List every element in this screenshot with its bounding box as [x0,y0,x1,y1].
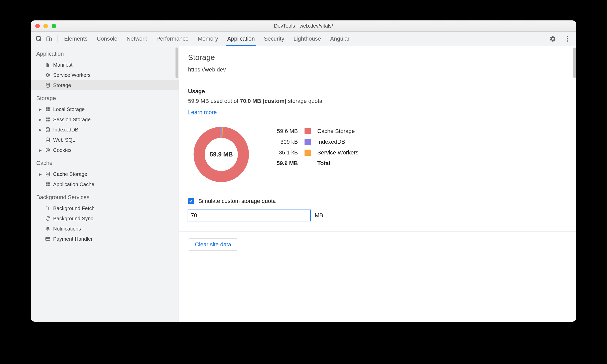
tab-performance[interactable]: Performance [156,32,189,46]
legend-swatch [305,150,311,156]
sidebar-section-title: Cache [31,155,179,169]
application-sidebar: ApplicationManifestService WorkersStorag… [31,46,179,322]
legend-label: Service Workers [317,149,358,156]
tab-console[interactable]: Console [97,32,118,46]
usage-legend: 59.6 MBCache Storage309 kBIndexedDB35.1 … [270,128,358,167]
toolbar-divider [57,35,57,42]
zoom-window-button[interactable] [52,24,56,28]
sidebar-item-label: Service Workers [53,72,90,78]
sidebar-item-label: IndexedDB [53,127,78,133]
svg-point-17 [46,148,50,152]
svg-rect-13 [48,118,50,119]
quota-input-row: MB [188,210,567,221]
svg-rect-10 [48,110,50,111]
sidebar-item-storage[interactable]: Storage [31,80,179,90]
close-window-button[interactable] [35,24,40,28]
sidebar-item-label: Application Cache [53,181,94,187]
settings-icon[interactable] [548,34,558,44]
panel-body: ApplicationManifestService WorkersStorag… [31,46,576,322]
arrows-icon [45,205,51,211]
file-icon [45,62,51,68]
legend-total-label: Total [317,160,358,167]
sidebar-item-label: Local Storage [53,106,85,112]
db-icon [45,137,51,143]
minimize-window-button[interactable] [43,24,48,28]
sidebar-item-background-fetch[interactable]: Background Fetch [31,203,179,213]
usage-section: Usage 59.9 MB used out of 70.0 MB (custo… [179,82,576,232]
quota-unit: MB [315,212,323,219]
sidebar-item-local-storage[interactable]: ▸Local Storage [31,104,179,114]
svg-point-4 [567,38,568,39]
svg-point-3 [567,36,568,37]
storage-origin: https://web.dev [188,66,567,73]
expand-caret-icon[interactable]: ▸ [38,147,42,153]
storage-panel: Storage https://web.dev Usage 59.9 MB us… [179,46,576,322]
sidebar-item-web-sql[interactable]: Web SQL [31,135,179,145]
sidebar-item-label: Notifications [53,226,81,232]
svg-point-18 [47,149,48,150]
sidebar-item-label: Manifest [53,62,73,68]
sidebar-item-session-storage[interactable]: ▸Session Storage [31,114,179,125]
usage-donut-chart: 59.9 MB [188,121,254,188]
sidebar-resizer[interactable] [177,46,179,322]
svg-rect-24 [46,185,48,186]
tab-elements[interactable]: Elements [64,32,88,46]
sidebar-item-manifest[interactable]: Manifest [31,60,179,70]
more-icon[interactable] [563,34,573,44]
tab-security[interactable]: Security [264,32,284,46]
tab-application[interactable]: Application [227,32,255,46]
simulate-quota-label: Simulate custom storage quota [198,198,276,204]
simulate-quota-checkbox[interactable] [188,198,194,204]
expand-caret-icon[interactable]: ▸ [38,171,42,177]
devtools-window: DevTools - web.dev/vitals/ ElementsConso… [31,20,576,322]
clear-site-data-button[interactable]: Clear site data [188,238,238,251]
sidebar-item-label: Background Fetch [53,205,95,211]
usage-heading: Usage [188,88,567,95]
sidebar-item-background-sync[interactable]: Background Sync [31,213,179,224]
svg-point-22 [46,172,49,173]
sidebar-item-label: Session Storage [53,117,91,123]
grid-icon [45,106,51,112]
sync-icon [45,216,51,221]
clear-section: Clear site data [179,232,576,257]
svg-point-21 [48,150,49,151]
cookie-icon [45,147,51,153]
svg-point-6 [46,83,49,84]
usage-summary: 59.9 MB used out of 70.0 MB (custom) sto… [188,98,567,104]
sidebar-item-cookies[interactable]: ▸Cookies [31,145,179,155]
sidebar-item-cache-storage[interactable]: ▸Cache Storage [31,169,179,179]
grid-icon [45,181,51,187]
svg-rect-14 [48,120,50,122]
page-heading: Storage [188,53,567,62]
usage-suffix: storage quota [286,98,322,104]
inspect-element-icon[interactable] [34,34,44,44]
quota-input[interactable] [188,210,311,221]
svg-point-19 [48,149,49,150]
expand-caret-icon[interactable]: ▸ [38,116,42,123]
tab-lighthouse[interactable]: Lighthouse [294,32,321,46]
tab-memory[interactable]: Memory [198,32,218,46]
tab-network[interactable]: Network [126,32,147,46]
learn-more-link[interactable]: Learn more [188,109,217,115]
simulate-quota-row: Simulate custom storage quota [188,198,567,204]
window-title: DevTools - web.dev/vitals/ [31,23,576,29]
legend-label: IndexedDB [317,139,358,145]
legend-swatch [305,128,311,134]
device-toolbar-icon[interactable] [44,34,54,44]
db-icon [45,127,51,132]
sidebar-item-indexeddb[interactable]: ▸IndexedDB [31,125,179,135]
expand-caret-icon[interactable]: ▸ [38,106,42,112]
storage-header: Storage https://web.dev [179,46,576,82]
sidebar-item-service-workers[interactable]: Service Workers [31,70,179,80]
main-scrollbar[interactable] [573,47,576,78]
svg-rect-8 [46,110,48,111]
sidebar-item-payment-handler[interactable]: Payment Handler [31,234,179,244]
sidebar-item-notifications[interactable]: Notifications [31,224,179,234]
expand-caret-icon[interactable]: ▸ [38,127,42,133]
tab-angular[interactable]: Angular [330,32,349,46]
panel-tabstrip: ElementsConsoleNetworkPerformanceMemoryA… [31,32,576,46]
usage-chart-row: 59.9 MB 59.6 MBCache Storage309 kBIndexe… [188,121,567,188]
sidebar-item-application-cache[interactable]: Application Cache [31,179,179,189]
usage-quota: 70.0 MB (custom) [240,98,286,104]
sidebar-item-label: Cookies [53,147,72,153]
